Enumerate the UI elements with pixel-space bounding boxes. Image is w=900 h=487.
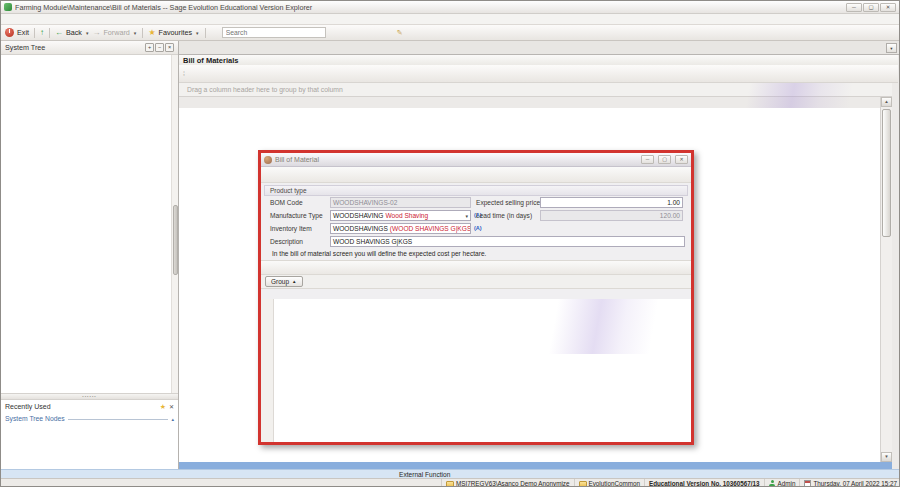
user-icon xyxy=(769,480,776,487)
inventory-item-label: Inventory Item xyxy=(270,225,312,232)
tab-strip: ▾ xyxy=(179,41,900,55)
exit-button[interactable]: Exit xyxy=(17,28,29,37)
dialog-close-icon[interactable] xyxy=(675,155,688,164)
inventory-item-lookup-icon[interactable]: (A) xyxy=(474,225,482,231)
sidebar: System Tree + − × •••••• Recently Used ★… xyxy=(1,41,179,469)
recent-group-label: System Tree Nodes xyxy=(5,415,65,422)
product-type-group: Product type xyxy=(264,185,688,196)
exit-icon[interactable] xyxy=(5,28,14,37)
maximize-icon[interactable] xyxy=(863,3,879,12)
recent-collapse-icon[interactable]: ▴ xyxy=(171,416,174,422)
chevron-down-icon[interactable]: ▾ xyxy=(465,213,468,219)
window-title: Farming Module\Maintenance\Bill of Mater… xyxy=(15,3,843,12)
expected-selling-price-label: Expected selling price xyxy=(476,199,540,206)
dialog-toolbar xyxy=(261,167,691,183)
group-by-bar[interactable]: Drag a column header here to group by th… xyxy=(179,83,892,97)
manufacture-type-label: Manufacture Type xyxy=(270,212,323,219)
page-title: Bill of Materials xyxy=(183,56,238,65)
grid-scrollbar[interactable]: ▲ ▼ xyxy=(880,97,892,462)
status-datetime: Thursday, 07 April 2022 15:27 xyxy=(813,480,897,487)
bom-code-field: WOODSHAVINGS-02 xyxy=(330,197,471,208)
scrollbar-thumb[interactable] xyxy=(882,109,891,237)
dialog-title-bar: Bill of Material xyxy=(261,153,691,167)
status-common-db: EvolutionCommon xyxy=(589,480,640,487)
status-bar: MSI7REGV63\Asanco Demo Anonymize Evoluti… xyxy=(1,478,900,487)
group-row: Group▲ xyxy=(261,275,691,289)
system-tree xyxy=(1,55,178,393)
items-grid-body[interactable] xyxy=(261,299,691,442)
description-field[interactable]: WOOD SHAVINGS G|KGS xyxy=(330,236,685,247)
sidebar-scrollbar[interactable] xyxy=(171,55,178,393)
recently-used-title: Recently Used xyxy=(5,403,157,410)
search-clear-icon[interactable]: ✎ xyxy=(397,29,403,37)
dialog-title: Bill of Material xyxy=(275,156,637,163)
items-toolbar xyxy=(261,260,691,275)
dialog-icon xyxy=(264,156,272,164)
favourites-button[interactable]: Favourites xyxy=(159,28,193,37)
common-db-folder-icon xyxy=(579,481,587,487)
row-indicator-column xyxy=(261,299,274,442)
favourites-icon[interactable]: ★ xyxy=(148,28,155,37)
status-machine: MSI7REGV63\Asanco Demo Anonymize xyxy=(456,480,569,487)
bill-of-material-dialog: Bill of Material Product type BOM Code W… xyxy=(258,150,694,445)
dialog-maximize-icon[interactable] xyxy=(658,155,671,164)
dialog-minimize-icon[interactable] xyxy=(641,155,654,164)
recently-used-close-icon[interactable]: ✕ xyxy=(169,403,174,410)
back-dropdown-icon[interactable]: ▾ xyxy=(86,30,89,36)
dialog-note: In the bill of material screen you will … xyxy=(272,250,486,257)
forward-icon: → xyxy=(92,28,100,37)
status-user: Admin xyxy=(778,480,796,487)
bom-code-label: BOM Code xyxy=(270,199,303,206)
tree-expand-icon[interactable]: + xyxy=(145,43,154,52)
close-icon[interactable] xyxy=(880,3,896,12)
title-bar: Farming Module\Maintenance\Bill of Mater… xyxy=(1,1,899,14)
external-function-label: External Function xyxy=(399,471,450,478)
recently-used-panel: Recently Used ★ ✕ System Tree Nodes ▴ xyxy=(1,400,178,469)
decorative-swoosh xyxy=(511,299,691,354)
forward-button: Forward xyxy=(103,28,129,37)
grid-header xyxy=(179,97,880,108)
manufacture-type-combo[interactable]: WOODSHAVING Wood Shaving ▾ xyxy=(330,210,471,221)
menu-bar xyxy=(1,14,899,25)
scroll-down-icon[interactable]: ▼ xyxy=(881,452,892,462)
tree-close-icon[interactable]: × xyxy=(165,43,174,52)
lead-time-label: Lead time (in days) xyxy=(476,212,532,219)
dialog-fields: BOM Code WOODSHAVINGS-02 Expected sellin… xyxy=(264,196,688,260)
panel-splitter[interactable]: •••••• xyxy=(1,393,178,400)
grid-toolbar: ⁞ xyxy=(179,65,898,83)
database-folder-icon xyxy=(446,481,454,487)
scroll-up-icon[interactable]: ▲ xyxy=(881,97,892,107)
minimize-icon[interactable] xyxy=(846,3,862,12)
tab-overflow-icon[interactable]: ▾ xyxy=(886,43,897,53)
back-button[interactable]: Back xyxy=(66,28,82,37)
back-icon[interactable]: ← xyxy=(55,28,63,37)
toolbar-grip: ⁞ xyxy=(183,70,185,77)
panel-header: Bill of Materials xyxy=(179,55,898,65)
up-icon[interactable]: ↑ xyxy=(40,28,44,37)
product-type-label: Product type xyxy=(270,187,307,194)
inventory-item-combo[interactable]: WOODSHAVINGS (WOOD SHAVINGS G|KGS) ▾ xyxy=(330,223,471,234)
description-label: Description xyxy=(270,238,303,245)
group-by-hint: Drag a column header here to group by th… xyxy=(187,86,343,93)
lead-time-field: 120.00 xyxy=(540,210,683,221)
forward-dropdown-icon[interactable]: ▾ xyxy=(134,30,137,36)
main-toolbar: Exit ↑ ← Back ▾ → Forward ▾ ★ Favourites… xyxy=(1,25,899,41)
items-grid-header xyxy=(261,289,691,299)
status-version: Educational Version No. 10360567/13 xyxy=(649,480,760,487)
tree-collapse-icon[interactable]: − xyxy=(155,43,164,52)
search-input[interactable] xyxy=(222,27,326,38)
system-tree-title: System Tree xyxy=(5,43,144,52)
chevron-up-icon: ▲ xyxy=(292,279,296,284)
app-window: Farming Module\Maintenance\Bill of Mater… xyxy=(0,0,900,487)
group-button[interactable]: Group▲ xyxy=(265,276,303,287)
app-icon xyxy=(4,3,12,11)
grid-selection-strip xyxy=(179,462,892,469)
expected-selling-price-field[interactable]: 1.00 xyxy=(540,197,683,208)
favourites-star-icon[interactable]: ★ xyxy=(160,403,166,411)
calendar-icon xyxy=(804,480,811,487)
function-strip: External Function xyxy=(1,469,900,478)
sidebar-scrollbar-thumb[interactable] xyxy=(173,205,178,275)
system-tree-header: System Tree + − × xyxy=(1,41,178,55)
favourites-dropdown-icon[interactable]: ▾ xyxy=(196,30,199,36)
